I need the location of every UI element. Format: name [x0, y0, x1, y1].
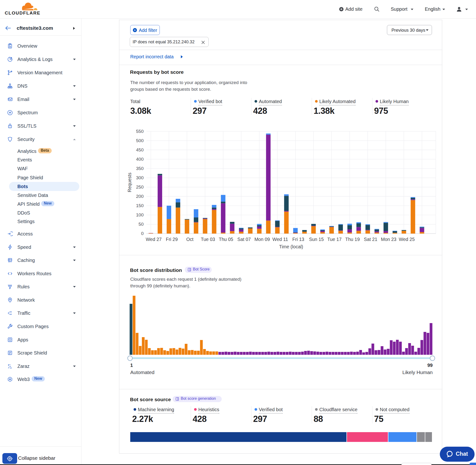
svg-text:Mon 23: Mon 23	[381, 237, 396, 242]
svg-text:250: 250	[136, 185, 144, 190]
svg-text:Thu 05: Thu 05	[219, 237, 233, 242]
svg-text:0: 0	[141, 231, 144, 236]
svg-text:Fri 29: Fri 29	[166, 237, 178, 242]
svg-text:Sat 07: Sat 07	[237, 237, 251, 242]
svg-text:Fri 13: Fri 13	[292, 237, 304, 242]
svg-text:100: 100	[136, 212, 144, 217]
svg-text:Time (local): Time (local)	[279, 244, 303, 249]
svg-text:150: 150	[136, 203, 144, 208]
svg-text:Mon 09: Mon 09	[254, 237, 270, 242]
svg-text:Wed 11: Wed 11	[272, 237, 288, 242]
svg-text:Requests: Requests	[127, 173, 132, 192]
svg-text:Tue 03: Tue 03	[201, 237, 215, 242]
svg-text:50: 50	[138, 222, 144, 227]
svg-text:Wed 25: Wed 25	[399, 237, 415, 242]
svg-text:Wed 27: Wed 27	[146, 237, 162, 242]
svg-text:400: 400	[136, 157, 144, 162]
svg-text:Tue 17: Tue 17	[328, 237, 342, 242]
svg-text:200: 200	[136, 194, 144, 199]
svg-text:550: 550	[136, 129, 144, 134]
svg-text:500: 500	[136, 138, 144, 143]
svg-text:Oct: Oct	[186, 237, 194, 242]
svg-text:350: 350	[136, 166, 144, 171]
svg-text:Thu 19: Thu 19	[345, 237, 360, 242]
svg-text:450: 450	[136, 147, 144, 152]
svg-text:300: 300	[136, 175, 144, 180]
svg-text:Sun 15: Sun 15	[309, 237, 324, 242]
svg-text:Sat 21: Sat 21	[364, 237, 377, 242]
